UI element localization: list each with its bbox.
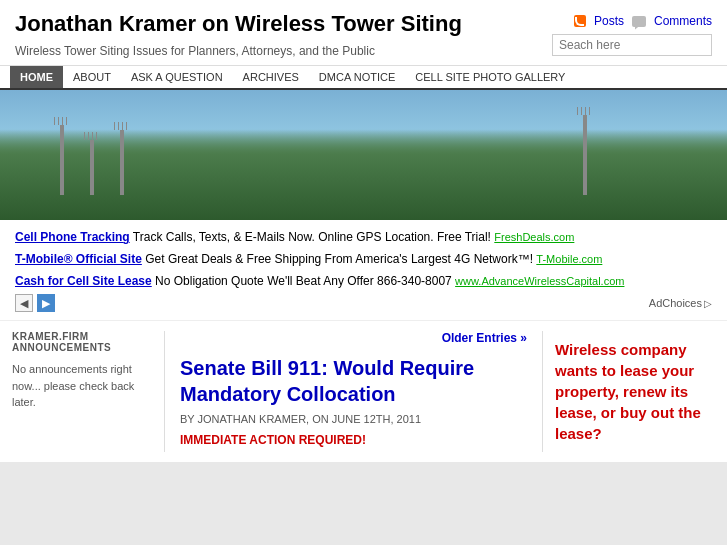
post-title-link[interactable]: Senate Bill 911: Would Require Mandatory…: [180, 357, 474, 405]
ad-link-3[interactable]: Cash for Cell Site Lease: [15, 274, 152, 288]
nav-item-ask[interactable]: ASK A QUESTION: [121, 66, 233, 88]
older-entries-link: Older Entries »: [180, 331, 527, 345]
comments-feed-link[interactable]: Comments: [654, 14, 712, 28]
announcements-content: No announcements right now... please che…: [12, 361, 152, 411]
ad-item-2: T-Mobile® Official Site Get Great Deals …: [15, 250, 712, 268]
search-input[interactable]: [552, 34, 712, 56]
ads-section: Cell Phone Tracking Track Calls, Texts, …: [0, 220, 727, 321]
ad-item-3: Cash for Cell Site Lease No Obligation Q…: [15, 272, 712, 290]
nav-item-home[interactable]: HOME: [10, 66, 63, 88]
right-sidebar: Wireless company wants to lease your pro…: [542, 331, 727, 452]
left-sidebar: KRAMER.FIRM ANNOUNCEMENTS No announcemen…: [0, 331, 165, 452]
rss-icon: [574, 15, 586, 27]
announcements-box: KRAMER.FIRM ANNOUNCEMENTS No announcemen…: [12, 331, 152, 411]
post-item: Senate Bill 911: Would Require Mandatory…: [180, 355, 527, 447]
ad-prev-button[interactable]: ◀: [15, 294, 33, 312]
ad-choices-label: AdChoices: [649, 297, 702, 309]
announcements-title: KRAMER.FIRM ANNOUNCEMENTS: [12, 331, 152, 353]
site-title: Jonathan Kramer on Wireless Tower Siting: [15, 10, 552, 39]
ad-choices: AdChoices ▷: [649, 297, 712, 309]
banner-image: [0, 90, 727, 220]
ad-choices-icon: ▷: [704, 298, 712, 309]
post-meta: BY JONATHAN KRAMER, ON JUNE 12TH, 2011: [180, 413, 527, 425]
feeds-bar: Posts Comments: [574, 14, 712, 28]
older-entries-anchor[interactable]: Older Entries »: [442, 331, 527, 345]
ad-item-1: Cell Phone Tracking Track Calls, Texts, …: [15, 228, 712, 246]
ad-controls: ◀ ▶ AdChoices ▷: [15, 294, 712, 312]
ad-source-3[interactable]: www.AdvanceWirelessCapital.com: [455, 275, 624, 287]
promo-text: Wireless company wants to lease your pro…: [555, 331, 715, 452]
search-bar: [552, 34, 712, 56]
ad-desc-3: No Obligation Quote We'll Beat Any Offer…: [155, 274, 452, 288]
comment-icon: [632, 16, 646, 27]
nav-item-archives[interactable]: ARCHIVES: [233, 66, 309, 88]
nav-item-about[interactable]: ABOUT: [63, 66, 121, 88]
site-tagline: Wireless Tower Siting Issues for Planner…: [15, 43, 552, 60]
ad-source-2[interactable]: T-Mobile.com: [536, 253, 602, 265]
main-nav: HOME ABOUT ASK A QUESTION ARCHIVES DMCA …: [0, 65, 727, 90]
nav-item-dmca[interactable]: DMCA NOTICE: [309, 66, 405, 88]
nav-item-gallery[interactable]: CELL SITE PHOTO GALLERY: [405, 66, 575, 88]
post-action: IMMEDIATE ACTION REQUIRED!: [180, 433, 527, 447]
post-title: Senate Bill 911: Would Require Mandatory…: [180, 355, 527, 407]
ad-link-2[interactable]: T-Mobile® Official Site: [15, 252, 142, 266]
posts-feed-link[interactable]: Posts: [594, 14, 624, 28]
ad-desc-2: Get Great Deals & Free Shipping From Ame…: [145, 252, 533, 266]
ad-desc-1: Track Calls, Texts, & E-Mails Now. Onlin…: [133, 230, 491, 244]
main-content: Older Entries » Senate Bill 911: Would R…: [165, 331, 542, 452]
ad-link-1[interactable]: Cell Phone Tracking: [15, 230, 130, 244]
ad-source-1[interactable]: FreshDeals.com: [494, 231, 574, 243]
ad-next-button[interactable]: ▶: [37, 294, 55, 312]
